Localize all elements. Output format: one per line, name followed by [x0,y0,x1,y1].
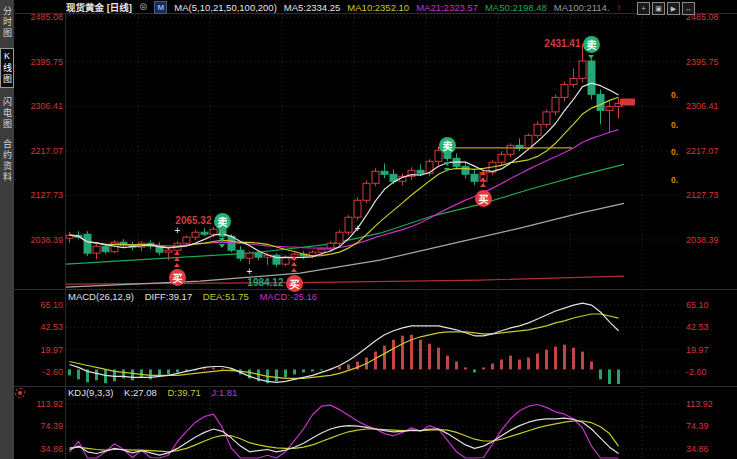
macd-name: MACD(26,12,9) [68,291,134,302]
frame-icon[interactable]: ▣ [652,2,665,15]
crosshair-icon[interactable]: + [637,2,650,15]
kdj-settings-icon[interactable] [15,388,25,398]
instrument-title: 现货黄金 [日线] [66,0,132,14]
ma-group-label: MA(5,10,21,50,100,200) [174,2,276,13]
price-axis-tick-left: 2127.73 [14,190,63,200]
right-price-marker: 0. [671,90,678,100]
price-axis-tick-left: 2395.75 [14,57,63,67]
price-axis-tick-right: 2306.41 [686,101,734,111]
macd-axis-tick-right: -2.60 [686,367,734,377]
right-price-marker: 0. [671,120,678,130]
macd-dea-value: DEA:51.75 [203,291,249,302]
up-arrow-icon [174,263,180,267]
kdj-axis-tick-right: 74.39 [686,421,734,431]
kdj-d-value: D:39.71 [167,387,200,398]
price-axis-tick-right: 2395.75 [686,57,734,67]
macd-panel-header: MACD(26,12,9) DIFF:39.17 DEA:51.75 MACD:… [68,291,325,302]
pivot-cross-marker: + [175,228,181,234]
kdj-axis-tick-left: 34.86 [14,444,63,454]
macd-axis-tick-left: 65.10 [14,300,63,310]
down-arrow-icon [219,238,225,242]
up-arrow-icon [291,262,297,266]
pivot-cross-marker: + [355,226,361,232]
kdj-name: KDJ(9,3,3) [68,387,113,398]
up-arrow-icon [480,177,486,181]
buy-signal-badge[interactable]: 买 [286,275,303,292]
ma50-value: MA50:2198.48 [485,2,547,13]
trading-chart-app: 分时图 K线图 闪电图 合约资料 现货黄金 [日线] ⊜ M MA(5,10,2… [0,0,737,459]
macd-macd-value: MACD:-25.16 [259,291,317,302]
ma100-value: MA100:2114. [554,2,610,13]
price-axis-tick-right: 2217.07 [686,146,734,156]
down-arrow-icon [219,244,225,248]
sell-signal-badge[interactable]: 卖 [583,36,600,53]
down-arrow-icon [444,168,450,172]
ma10-value: MA10:2352.10 [347,2,409,13]
price-axis-tick-right: 2127.73 [686,190,734,200]
expand-icon[interactable]: ↔ [682,2,695,15]
price-axis-tick-left: 2306.41 [14,101,63,111]
chart-type-sidebar: 分时图 K线图 闪电图 合约资料 [0,0,14,459]
swing-price-label: 2431.41 [521,38,581,49]
right-price-marker: 0. [671,147,678,157]
buy-signal-badge[interactable]: 买 [169,269,186,286]
up-arrow-icon [480,183,486,187]
up-arrow-icon [291,256,297,260]
sidebar-tab-timeshare[interactable]: 分时图 [1,6,13,39]
sidebar-tab-kline[interactable]: K线图 [0,48,14,88]
macd-axis-tick-right: 42.53 [686,322,734,332]
sidebar-tab-contract-info[interactable]: 合约资料 [1,139,13,183]
up-arrow-icon [291,268,297,272]
sell-signal-badge[interactable]: 卖 [439,137,456,154]
kdj-k-value: K:27.08 [124,387,157,398]
kdj-axis-tick-left: 113.92 [14,399,63,409]
swing-price-label: 2065.32 [152,215,212,226]
chart-toolbar: + ▣ ▶ ↔ [637,2,695,15]
kdj-axis-tick-left: 74.39 [14,421,63,431]
down-arrow-icon [219,232,225,236]
macd-axis-tick-left: 19.97 [14,345,63,355]
down-arrow-icon [588,55,594,59]
buy-signal-badge[interactable]: 买 [475,190,492,207]
trend-up-arrow-icon: ↑ [617,2,622,13]
down-arrow-icon [588,61,594,65]
swing-price-label: 1984.12 [224,277,284,288]
sell-signal-badge[interactable]: 卖 [214,213,231,230]
indicator-settings-icon[interactable]: ⊜ [139,2,147,12]
up-arrow-icon [174,251,180,255]
play-icon[interactable]: ▶ [667,2,680,15]
kdj-axis-tick-right: 34.86 [686,444,734,454]
right-price-marker: 0. [671,175,678,185]
macd-axis-tick-right: 19.97 [686,345,734,355]
chart-header: 现货黄金 [日线] ⊜ M MA(5,10,21,50,100,200) MA5… [66,1,622,13]
up-arrow-icon [174,257,180,261]
down-arrow-icon [588,67,594,71]
ma21-value: MA21:2323.57 [416,2,478,13]
pivot-cross-marker: + [247,269,253,275]
kdj-j-value: J:1.81 [211,387,237,398]
kdj-axis-tick-right: 113.92 [686,399,734,409]
chart-logo-icon[interactable]: M [154,1,167,14]
up-arrow-icon [480,171,486,175]
kdj-panel-header: KDJ(9,3,3) K:27.08 D:39.71 J:1.81 [68,387,245,398]
macd-axis-tick-right: 65.10 [686,300,734,310]
macd-axis-tick-left: 42.53 [14,322,63,332]
macd-diff-value: DIFF:39.17 [145,291,193,302]
price-axis-tick-left: 2217.07 [14,146,63,156]
price-axis-tick-right: 2038.39 [686,235,734,245]
price-axis-tick-left: 2038.39 [14,235,63,245]
price-axis-tick-left: 2485.08 [14,12,63,22]
macd-axis-tick-left: -2.60 [14,367,63,377]
down-arrow-icon [444,162,450,166]
down-arrow-icon [444,156,450,160]
sidebar-tab-lightning[interactable]: 闪电图 [1,97,13,130]
ma5-value: MA5:2334.25 [284,2,341,13]
